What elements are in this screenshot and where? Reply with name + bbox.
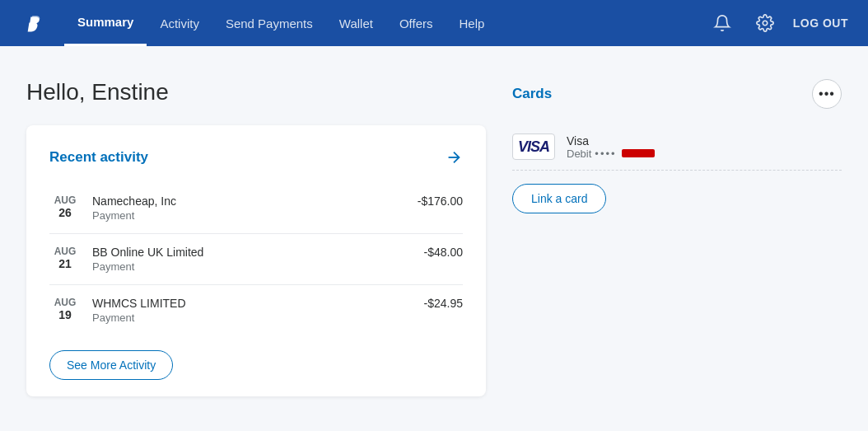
notifications-button[interactable] [707,8,737,38]
navbar: SummaryActivitySend PaymentsWalletOffers… [0,0,868,46]
left-panel: Hello, Enstine Recent activity AUG 26 Na… [26,79,486,396]
more-dots-icon: ••• [819,87,835,101]
tx-date: AUG 19 [49,297,81,321]
see-more-activity-button[interactable]: See More Activity [49,350,173,380]
visa-logo: VISA [512,134,555,160]
nav-link-activity[interactable]: Activity [147,2,212,45]
tx-amount: -$48.00 [424,246,463,259]
table-row[interactable]: AUG 19 WHMCS LIMITED Payment -$24.95 [49,285,463,335]
tx-month: AUG [54,297,77,308]
tx-date: AUG 26 [49,194,81,219]
logout-button[interactable]: LOG OUT [793,16,848,30]
nav-link-help[interactable]: Help [446,2,498,45]
tx-day: 19 [58,308,72,321]
nav-link-wallet[interactable]: Wallet [326,2,386,45]
cards-more-button[interactable]: ••• [812,79,842,109]
tx-name: Namecheap, Inc [92,194,406,208]
transactions-list: AUG 26 Namecheap, Inc Payment -$176.00 A… [49,183,463,335]
tx-month: AUG [54,194,77,206]
card-type: Debit [567,148,591,160]
nav-link-offers[interactable]: Offers [386,2,446,45]
tx-name: BB Online UK Limited [92,246,413,259]
nav-link-summary[interactable]: Summary [64,0,147,46]
link-card-row: Link a card [512,171,842,227]
tx-details: BB Online UK Limited Payment [92,246,413,273]
tx-name: WHMCS LIMITED [92,297,413,310]
card-brand: Visa [567,134,655,148]
tx-type: Payment [92,260,413,273]
cards-header: Cards ••• [512,79,842,109]
card-number: Debit •••• [567,148,655,160]
svg-point-0 [763,21,768,26]
card-dots: •••• [595,148,616,160]
activity-card: Recent activity AUG 26 Namecheap, Inc Pa… [26,125,486,396]
greeting: Hello, Enstine [26,79,486,105]
activity-arrow-button[interactable] [445,148,463,166]
nav-right: LOG OUT [707,8,848,38]
tx-details: Namecheap, Inc Payment [92,194,406,222]
tx-day: 21 [58,257,72,270]
nav-links: SummaryActivitySend PaymentsWalletOffers… [64,0,707,46]
activity-header: Recent activity [49,148,463,166]
tx-month: AUG [54,246,77,257]
card-info: Visa Debit •••• [567,134,655,160]
table-row[interactable]: AUG 21 BB Online UK Limited Payment -$48… [49,234,463,285]
activity-title: Recent activity [49,149,148,166]
cards-title: Cards [512,86,552,102]
tx-type: Payment [92,312,413,324]
tx-date: AUG 21 [49,246,81,270]
right-panel: Cards ••• VISA Visa Debit •••• Link a ca… [512,79,842,227]
tx-type: Payment [92,209,406,222]
card-row: VISA Visa Debit •••• [512,124,842,171]
link-card-button[interactable]: Link a card [512,184,606,213]
tx-amount: -$24.95 [424,297,463,310]
tx-details: WHMCS LIMITED Payment [92,297,413,324]
tx-day: 26 [58,206,72,219]
paypal-logo [20,7,51,39]
nav-link-send-payments[interactable]: Send Payments [212,2,326,45]
tx-amount: -$176.00 [418,194,463,208]
table-row[interactable]: AUG 26 Namecheap, Inc Payment -$176.00 [49,183,463,234]
main-content: Hello, Enstine Recent activity AUG 26 Na… [0,46,868,429]
card-redacted-bar [622,149,655,157]
settings-button[interactable] [750,8,780,38]
